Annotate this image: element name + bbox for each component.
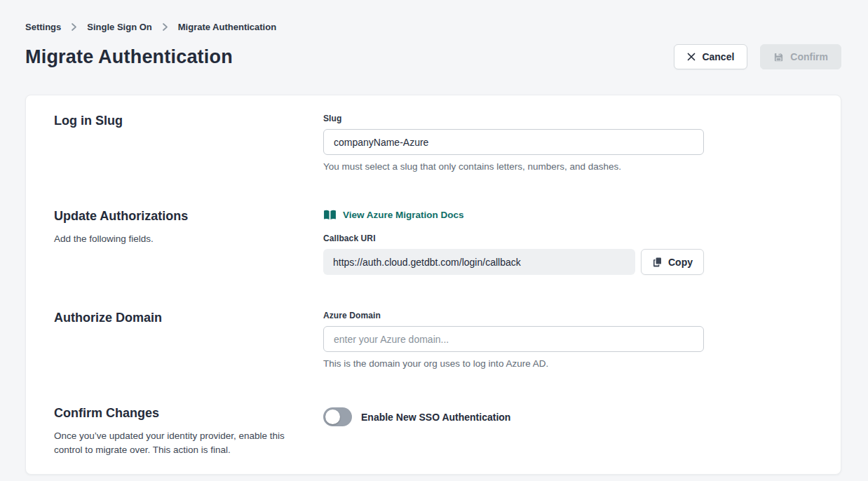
confirm-changes-heading: Confirm Changes bbox=[54, 406, 302, 421]
update-authorizations-description: Add the following fields. bbox=[54, 232, 292, 246]
azure-domain-label: Azure Domain bbox=[323, 311, 704, 320]
migrate-authentication-page: Settings Single Sign On Migrate Authenti… bbox=[0, 0, 868, 475]
header-actions: Cancel Confirm bbox=[674, 44, 841, 69]
slug-input[interactable] bbox=[323, 129, 704, 155]
breadcrumb-settings[interactable]: Settings bbox=[25, 22, 61, 32]
view-azure-migration-docs-link[interactable]: View Azure Migration Docs bbox=[323, 210, 464, 220]
slug-label: Slug bbox=[323, 114, 704, 123]
azure-domain-input[interactable] bbox=[323, 326, 704, 352]
docs-link-label: View Azure Migration Docs bbox=[343, 210, 464, 220]
copy-button-label: Copy bbox=[668, 257, 693, 268]
chevron-right-icon bbox=[71, 22, 77, 32]
update-authorizations-heading: Update Authorizations bbox=[54, 209, 302, 224]
breadcrumb-single-sign-on[interactable]: Single Sign On bbox=[87, 22, 151, 32]
breadcrumb: Settings Single Sign On Migrate Authenti… bbox=[25, 0, 841, 32]
breadcrumb-migrate-authentication: Migrate Authentication bbox=[178, 22, 276, 32]
toggle-knob bbox=[325, 409, 340, 424]
login-slug-heading: Log in Slug bbox=[54, 114, 302, 128]
slug-helper-text: You must select a slug that only contain… bbox=[323, 161, 704, 172]
enable-sso-toggle[interactable] bbox=[323, 407, 352, 426]
confirm-changes-description: Once you’ve updated your identity provid… bbox=[54, 429, 292, 457]
chevron-right-icon bbox=[162, 22, 168, 32]
cancel-button-label: Cancel bbox=[702, 51, 734, 62]
copy-button[interactable]: Copy bbox=[641, 249, 704, 275]
authorize-domain-heading: Authorize Domain bbox=[54, 311, 302, 325]
section-confirm-changes: Confirm Changes Once you’ve updated your… bbox=[54, 406, 813, 457]
page-header: Migrate Authentication Cancel bbox=[25, 44, 841, 69]
confirm-button[interactable]: Confirm bbox=[760, 44, 841, 69]
callback-uri-value: https://auth.cloud.getdbt.com/login/call… bbox=[323, 249, 635, 275]
cancel-button[interactable]: Cancel bbox=[674, 44, 747, 69]
confirm-button-label: Confirm bbox=[790, 51, 828, 62]
section-login-slug: Log in Slug Slug You must select a slug … bbox=[54, 114, 813, 172]
settings-card: Log in Slug Slug You must select a slug … bbox=[25, 95, 841, 475]
save-icon bbox=[773, 52, 784, 62]
enable-sso-toggle-label: Enable New SSO Authentication bbox=[361, 412, 510, 423]
azure-domain-helper-text: This is the domain your org uses to log … bbox=[323, 358, 704, 369]
copy-icon bbox=[652, 257, 663, 268]
section-authorize-domain: Authorize Domain Azure Domain This is th… bbox=[54, 311, 813, 369]
section-update-authorizations: Update Authorizations Add the following … bbox=[54, 209, 813, 275]
close-icon bbox=[687, 53, 696, 61]
page-title: Migrate Authentication bbox=[25, 46, 233, 68]
book-icon bbox=[323, 210, 337, 220]
callback-uri-label: Callback URI bbox=[323, 233, 704, 243]
